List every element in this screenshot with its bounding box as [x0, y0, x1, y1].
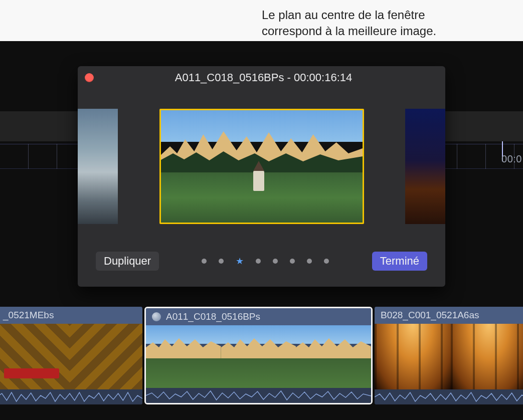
pager-star-icon[interactable]: ★ — [236, 257, 244, 266]
clip-label: _0521MEbs — [3, 310, 54, 321]
thumbnail-icon — [70, 324, 142, 389]
popup-titlebar[interactable]: A011_C018_0516BPs - 00:00:16:14 — [78, 66, 445, 89]
audio-waveform — [0, 389, 142, 404]
clip-label: B028_C001_0521A6as — [381, 310, 479, 321]
audition-popup-window: A011_C018_0516BPs - 00:00:16:14 — [78, 66, 445, 287]
pager-dot[interactable] — [307, 259, 312, 264]
pager-dot[interactable] — [256, 259, 261, 264]
timeline-clip[interactable]: _0521MEbs — [0, 307, 142, 404]
thumbnail-icon — [405, 109, 445, 224]
timeline-clip-selected[interactable]: A011_C018_0516BPs — [144, 307, 373, 404]
thumbnail-icon — [161, 110, 363, 223]
svg-marker-2 — [146, 338, 221, 358]
popup-footer: Dupliquer ★ Terminé — [78, 244, 445, 279]
clip-carousel[interactable] — [78, 89, 445, 244]
clip-header: A011_C018_0516BPs — [146, 308, 371, 325]
thumbnail-icon — [221, 325, 296, 388]
carousel-next-thumb[interactable] — [405, 109, 445, 224]
timeline-clips-row[interactable]: _0521MEbs A011_C018_0516BPs — [0, 307, 523, 404]
annotation-text: Le plan au centre de la fenêtrecorrespon… — [262, 7, 436, 40]
pager-dots[interactable]: ★ — [174, 257, 357, 266]
thumbnail-icon — [0, 324, 70, 389]
duplicate-button[interactable]: Dupliquer — [96, 252, 159, 271]
audio-waveform — [146, 388, 371, 403]
close-icon[interactable] — [85, 73, 94, 82]
thumbnail-icon — [375, 324, 451, 389]
clip-label: A011_C018_0516BPs — [166, 311, 260, 322]
done-button[interactable]: Terminé — [372, 252, 427, 271]
thumbnail-icon — [78, 109, 118, 224]
video-editor-viewport: 00:0 A011_C018_0516BPs - 00:00:16:14 — [0, 41, 523, 420]
audition-icon — [152, 312, 161, 321]
popup-title: A011_C018_0516BPs - 00:00:16:14 — [101, 71, 426, 84]
ruler-time-label: 00:0 — [501, 153, 522, 165]
timeline-clip[interactable]: B028_C001_0521A6as — [375, 307, 523, 404]
thumbnail-icon — [451, 324, 523, 389]
svg-marker-3 — [221, 338, 296, 358]
clip-header: B028_C001_0521A6as — [375, 307, 523, 324]
thumbnail-icon — [146, 325, 221, 388]
pager-dot[interactable] — [324, 259, 329, 264]
pager-dot[interactable] — [273, 259, 278, 264]
carousel-prev-thumb[interactable] — [78, 109, 118, 224]
pager-dot[interactable] — [219, 259, 224, 264]
pager-dot[interactable] — [290, 259, 295, 264]
carousel-selected-frame[interactable] — [159, 109, 364, 224]
thumbnail-icon — [296, 325, 371, 388]
audio-waveform — [375, 389, 523, 404]
svg-marker-4 — [296, 338, 371, 358]
pager-dot[interactable] — [202, 259, 207, 264]
clip-header: _0521MEbs — [0, 307, 142, 324]
